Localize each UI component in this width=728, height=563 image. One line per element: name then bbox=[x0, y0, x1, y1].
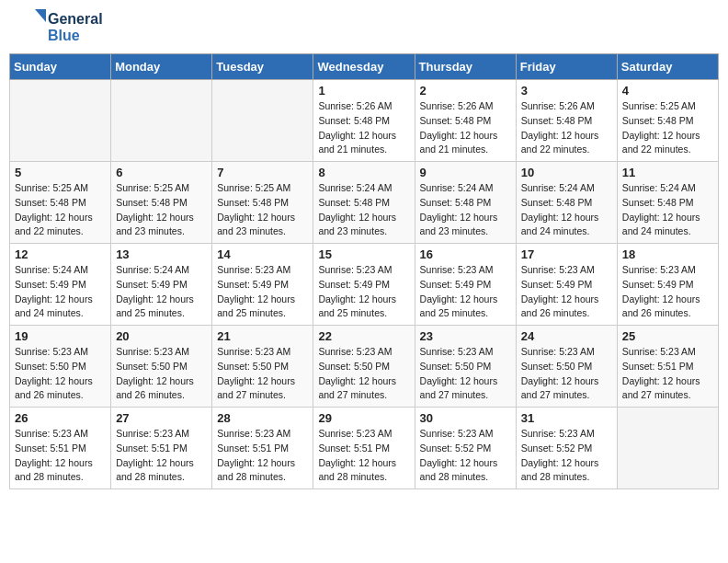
calendar-day-cell: 21Sunrise: 5:23 AM Sunset: 5:50 PM Dayli… bbox=[212, 326, 313, 408]
day-number: 31 bbox=[521, 411, 612, 425]
day-number: 16 bbox=[420, 247, 511, 261]
logo-svg bbox=[9, 9, 46, 46]
day-info: Sunrise: 5:23 AM Sunset: 5:50 PM Dayligh… bbox=[318, 345, 409, 403]
day-number: 29 bbox=[318, 411, 409, 425]
calendar-day-cell: 29Sunrise: 5:23 AM Sunset: 5:51 PM Dayli… bbox=[313, 408, 415, 489]
day-info: Sunrise: 5:23 AM Sunset: 5:51 PM Dayligh… bbox=[622, 345, 713, 403]
day-info: Sunrise: 5:25 AM Sunset: 5:48 PM Dayligh… bbox=[622, 99, 713, 157]
day-info: Sunrise: 5:23 AM Sunset: 5:49 PM Dayligh… bbox=[420, 263, 511, 321]
calendar-day-cell: 5Sunrise: 5:25 AM Sunset: 5:48 PM Daylig… bbox=[10, 162, 111, 244]
day-number: 22 bbox=[318, 329, 409, 343]
day-info: Sunrise: 5:23 AM Sunset: 5:51 PM Dayligh… bbox=[116, 427, 207, 485]
day-number: 3 bbox=[521, 84, 612, 98]
calendar-day-cell: 19Sunrise: 5:23 AM Sunset: 5:50 PM Dayli… bbox=[10, 326, 111, 408]
calendar-header-row: SundayMondayTuesdayWednesdayThursdayFrid… bbox=[10, 54, 719, 80]
day-info: Sunrise: 5:24 AM Sunset: 5:48 PM Dayligh… bbox=[318, 181, 409, 239]
day-number: 23 bbox=[420, 329, 511, 343]
weekday-header-tuesday: Tuesday bbox=[212, 54, 313, 80]
day-info: Sunrise: 5:23 AM Sunset: 5:51 PM Dayligh… bbox=[318, 427, 409, 485]
calendar-day-cell: 27Sunrise: 5:23 AM Sunset: 5:51 PM Dayli… bbox=[111, 408, 212, 489]
calendar-day-cell: 13Sunrise: 5:24 AM Sunset: 5:49 PM Dayli… bbox=[111, 244, 212, 326]
calendar-day-cell: 23Sunrise: 5:23 AM Sunset: 5:50 PM Dayli… bbox=[415, 326, 516, 408]
calendar-day-cell: 31Sunrise: 5:23 AM Sunset: 5:52 PM Dayli… bbox=[516, 408, 617, 489]
calendar-day-cell: 12Sunrise: 5:24 AM Sunset: 5:49 PM Dayli… bbox=[10, 244, 111, 326]
calendar-day-cell bbox=[111, 80, 212, 162]
calendar-day-cell: 18Sunrise: 5:23 AM Sunset: 5:49 PM Dayli… bbox=[617, 244, 718, 326]
day-info: Sunrise: 5:24 AM Sunset: 5:48 PM Dayligh… bbox=[521, 181, 612, 239]
day-info: Sunrise: 5:23 AM Sunset: 5:50 PM Dayligh… bbox=[217, 345, 308, 403]
logo-text-general: General bbox=[48, 11, 103, 28]
day-info: Sunrise: 5:26 AM Sunset: 5:48 PM Dayligh… bbox=[521, 99, 612, 157]
day-number: 7 bbox=[217, 166, 308, 179]
day-number: 9 bbox=[420, 166, 511, 179]
day-info: Sunrise: 5:23 AM Sunset: 5:49 PM Dayligh… bbox=[217, 263, 308, 321]
day-number: 28 bbox=[217, 411, 308, 425]
day-number: 26 bbox=[15, 411, 106, 425]
calendar-day-cell: 8Sunrise: 5:24 AM Sunset: 5:48 PM Daylig… bbox=[313, 162, 415, 244]
day-info: Sunrise: 5:23 AM Sunset: 5:52 PM Dayligh… bbox=[420, 427, 511, 485]
calendar-day-cell: 22Sunrise: 5:23 AM Sunset: 5:50 PM Dayli… bbox=[313, 326, 415, 408]
calendar-day-cell: 6Sunrise: 5:25 AM Sunset: 5:48 PM Daylig… bbox=[111, 162, 212, 244]
day-number: 11 bbox=[622, 166, 713, 179]
weekday-header-saturday: Saturday bbox=[617, 54, 718, 80]
day-info: Sunrise: 5:23 AM Sunset: 5:49 PM Dayligh… bbox=[318, 263, 409, 321]
calendar-day-cell: 4Sunrise: 5:25 AM Sunset: 5:48 PM Daylig… bbox=[617, 80, 718, 162]
calendar-day-cell: 14Sunrise: 5:23 AM Sunset: 5:49 PM Dayli… bbox=[212, 244, 313, 326]
day-number: 20 bbox=[116, 329, 207, 343]
calendar-day-cell: 1Sunrise: 5:26 AM Sunset: 5:48 PM Daylig… bbox=[313, 80, 415, 162]
day-info: Sunrise: 5:23 AM Sunset: 5:52 PM Dayligh… bbox=[521, 427, 612, 485]
calendar-day-cell: 16Sunrise: 5:23 AM Sunset: 5:49 PM Dayli… bbox=[415, 244, 516, 326]
calendar-day-cell: 24Sunrise: 5:23 AM Sunset: 5:50 PM Dayli… bbox=[516, 326, 617, 408]
calendar-day-cell: 7Sunrise: 5:25 AM Sunset: 5:48 PM Daylig… bbox=[212, 162, 313, 244]
day-info: Sunrise: 5:23 AM Sunset: 5:49 PM Dayligh… bbox=[622, 263, 713, 321]
day-number: 17 bbox=[521, 247, 612, 261]
day-info: Sunrise: 5:26 AM Sunset: 5:48 PM Dayligh… bbox=[318, 99, 409, 157]
calendar-day-cell: 15Sunrise: 5:23 AM Sunset: 5:49 PM Dayli… bbox=[313, 244, 415, 326]
calendar-week-row: 5Sunrise: 5:25 AM Sunset: 5:48 PM Daylig… bbox=[10, 162, 719, 244]
day-number: 21 bbox=[217, 329, 308, 343]
day-number: 14 bbox=[217, 247, 308, 261]
day-info: Sunrise: 5:23 AM Sunset: 5:50 PM Dayligh… bbox=[521, 345, 612, 403]
day-info: Sunrise: 5:23 AM Sunset: 5:51 PM Dayligh… bbox=[15, 427, 106, 485]
calendar-day-cell: 25Sunrise: 5:23 AM Sunset: 5:51 PM Dayli… bbox=[617, 326, 718, 408]
day-number: 13 bbox=[116, 247, 207, 261]
page-header: GeneralBlue bbox=[9, 9, 719, 46]
day-number: 4 bbox=[622, 84, 713, 98]
day-number: 15 bbox=[318, 247, 409, 261]
calendar-day-cell: 17Sunrise: 5:23 AM Sunset: 5:49 PM Dayli… bbox=[516, 244, 617, 326]
day-info: Sunrise: 5:25 AM Sunset: 5:48 PM Dayligh… bbox=[15, 181, 106, 239]
day-info: Sunrise: 5:23 AM Sunset: 5:50 PM Dayligh… bbox=[116, 345, 207, 403]
calendar-week-row: 12Sunrise: 5:24 AM Sunset: 5:49 PM Dayli… bbox=[10, 244, 719, 326]
calendar-day-cell: 20Sunrise: 5:23 AM Sunset: 5:50 PM Dayli… bbox=[111, 326, 212, 408]
day-number: 30 bbox=[420, 411, 511, 425]
calendar-day-cell: 3Sunrise: 5:26 AM Sunset: 5:48 PM Daylig… bbox=[516, 80, 617, 162]
day-number: 6 bbox=[116, 166, 207, 179]
day-number: 27 bbox=[116, 411, 207, 425]
day-info: Sunrise: 5:24 AM Sunset: 5:49 PM Dayligh… bbox=[15, 263, 106, 321]
day-number: 24 bbox=[521, 329, 612, 343]
calendar-day-cell: 10Sunrise: 5:24 AM Sunset: 5:48 PM Dayli… bbox=[516, 162, 617, 244]
calendar-week-row: 1Sunrise: 5:26 AM Sunset: 5:48 PM Daylig… bbox=[10, 80, 719, 162]
calendar-day-cell: 26Sunrise: 5:23 AM Sunset: 5:51 PM Dayli… bbox=[10, 408, 111, 489]
day-info: Sunrise: 5:23 AM Sunset: 5:49 PM Dayligh… bbox=[521, 263, 612, 321]
day-number: 18 bbox=[622, 247, 713, 261]
calendar-day-cell: 28Sunrise: 5:23 AM Sunset: 5:51 PM Dayli… bbox=[212, 408, 313, 489]
weekday-header-sunday: Sunday bbox=[10, 54, 111, 80]
weekday-header-thursday: Thursday bbox=[415, 54, 516, 80]
day-number: 10 bbox=[521, 166, 612, 179]
day-number: 2 bbox=[420, 84, 511, 98]
day-number: 1 bbox=[318, 84, 409, 98]
day-info: Sunrise: 5:25 AM Sunset: 5:48 PM Dayligh… bbox=[116, 181, 207, 239]
day-number: 25 bbox=[622, 329, 713, 343]
calendar-day-cell: 2Sunrise: 5:26 AM Sunset: 5:48 PM Daylig… bbox=[415, 80, 516, 162]
calendar-day-cell bbox=[617, 408, 718, 489]
logo: GeneralBlue bbox=[9, 9, 103, 46]
day-info: Sunrise: 5:24 AM Sunset: 5:48 PM Dayligh… bbox=[622, 181, 713, 239]
calendar-day-cell: 11Sunrise: 5:24 AM Sunset: 5:48 PM Dayli… bbox=[617, 162, 718, 244]
day-number: 19 bbox=[15, 329, 106, 343]
day-info: Sunrise: 5:24 AM Sunset: 5:49 PM Dayligh… bbox=[116, 263, 207, 321]
day-info: Sunrise: 5:23 AM Sunset: 5:50 PM Dayligh… bbox=[15, 345, 106, 403]
day-number: 8 bbox=[318, 166, 409, 179]
weekday-header-friday: Friday bbox=[516, 54, 617, 80]
calendar-day-cell: 30Sunrise: 5:23 AM Sunset: 5:52 PM Dayli… bbox=[415, 408, 516, 489]
